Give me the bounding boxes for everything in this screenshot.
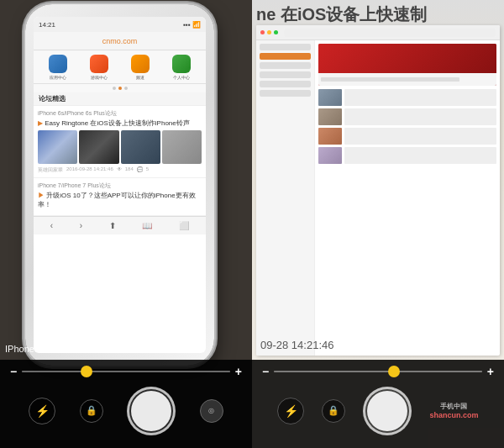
- games-icon: [90, 55, 108, 73]
- lock-btn-left[interactable]: 🔒: [80, 399, 103, 423]
- nav-icon-label: 游戏中心: [91, 75, 108, 80]
- sidebar-item-6: [260, 90, 311, 97]
- article-text-3: [344, 128, 496, 145]
- lock-btn-right[interactable]: 🔒: [322, 399, 345, 423]
- watermark-area: 手机中国 shancun.com: [429, 402, 478, 419]
- slider-track-right[interactable]: [274, 371, 482, 372]
- slider-thumb-right[interactable]: [388, 366, 400, 377]
- slider-fill-left: [22, 371, 230, 372]
- hero-caption: [318, 73, 496, 86]
- right-browser-header: [256, 25, 500, 40]
- main-container: 14:21 ▪▪▪ 📶 cnmo.com 应用中心: [0, 0, 504, 448]
- zoomed-content: ne 在iOS设备上快速制: [252, 0, 504, 360]
- brightness-slider-right[interactable]: − +: [252, 360, 504, 383]
- status-time: 14:21: [39, 21, 55, 29]
- camera-controls-right: − + ⚡ 🔒 手机中国: [252, 360, 504, 448]
- watermark-line1: 手机中国: [440, 402, 467, 411]
- nav-icon-apps[interactable]: 应用中心: [49, 55, 67, 80]
- forum-item-1-date: 2016-09-28 14:21:46: [66, 166, 113, 174]
- minus-btn-right[interactable]: −: [262, 365, 269, 378]
- forum-item-1-meta: 英雄回家翠 2016-09-28 14:21:46 👁 184 💬 5: [38, 166, 202, 174]
- mode-icon-left: ◎: [208, 407, 214, 414]
- left-panel: 14:21 ▪▪▪ 📶 cnmo.com 应用中心: [0, 0, 252, 448]
- apps-icon: [49, 55, 67, 73]
- forum-img-1: [38, 130, 77, 164]
- right-article-1: [318, 89, 496, 106]
- camera-buttons-left: ⚡ 🔒 ◎: [0, 383, 252, 438]
- shutter-btn-left[interactable]: [127, 387, 176, 435]
- sidebar-item-2: [260, 53, 311, 60]
- article-thumb-3: [318, 128, 342, 145]
- img-phone-2: [162, 130, 202, 164]
- nav-icon-channels[interactable]: 频道: [131, 55, 150, 80]
- hero-image: [318, 44, 496, 73]
- nav-icon-profile[interactable]: 个人中心: [172, 55, 191, 80]
- watermark-line2: shancun.com: [429, 411, 478, 419]
- page-dots: [34, 84, 206, 92]
- right-sidebar: [256, 40, 315, 356]
- nav-icon-games[interactable]: 游戏中心: [90, 55, 108, 80]
- forum-item-1[interactable]: iPhone 6s/iPhone 6s Plus论坛 ▶ Easy Ringto…: [34, 106, 206, 178]
- slider-thumb-left[interactable]: [81, 366, 92, 377]
- forum-img-3: [121, 130, 160, 164]
- brightness-slider-left[interactable]: − +: [0, 360, 252, 383]
- dot-2-active: [118, 87, 122, 90]
- slider-track-left[interactable]: [22, 371, 230, 372]
- bookmarks-btn[interactable]: 📖: [142, 221, 152, 230]
- profile-icon: [172, 55, 191, 73]
- nav-icon-label: 应用中心: [50, 75, 66, 80]
- right-viewfinder: ne 在iOS设备上快速制: [252, 0, 504, 360]
- img-ios: [38, 130, 77, 164]
- iphone-device: 14:21 ▪▪▪ 📶 cnmo.com 应用中心: [25, 4, 214, 366]
- forum-item-1-title: ▶ Easy Ringtone 在iOS设备上快速制作iPhone铃声: [38, 119, 202, 128]
- sidebar-item-1: [260, 44, 311, 50]
- nav-icon-label: 频道: [136, 75, 144, 80]
- forum-item-2[interactable]: iPhone 7/iPhone 7 Plus论坛 ▶ 升级iOS 10了？这些A…: [34, 178, 206, 216]
- channels-icon: [131, 55, 150, 73]
- right-meta-text: 09-28 14:21:46: [260, 339, 333, 351]
- mode-btn-left[interactable]: ◎: [200, 399, 223, 423]
- right-website-content: [256, 40, 500, 356]
- article-text-2: [344, 108, 496, 125]
- dot-green: [274, 30, 278, 34]
- camera-controls-left: − + ⚡ 🔒 ◎: [0, 360, 252, 448]
- right-article-3: [318, 128, 496, 145]
- shutter-inner-left: [131, 391, 171, 431]
- right-hero-banner: [318, 44, 496, 86]
- browser-url-bar[interactable]: cnmo.com: [34, 32, 206, 50]
- minus-btn-left[interactable]: −: [10, 365, 17, 378]
- forum-item-1-comments: 5: [146, 166, 149, 174]
- right-article-2: [318, 108, 496, 125]
- flash-btn-right[interactable]: ⚡: [277, 398, 304, 424]
- right-article-4: [318, 147, 496, 164]
- phone-browser-bottom: ‹ › ⬆ 📖 ⬜: [34, 216, 206, 235]
- forward-btn[interactable]: ›: [80, 221, 82, 230]
- flash-icon-right: ⚡: [284, 404, 298, 418]
- status-icons: ▪▪▪ 📶: [183, 21, 201, 29]
- dot-3: [124, 87, 128, 90]
- forum-section: 论坛精选 iPhone 6s/iPhone 6s Plus论坛 ▶ Easy R…: [34, 92, 206, 216]
- shutter-btn-right[interactable]: [363, 387, 412, 435]
- flash-btn-left[interactable]: ⚡: [29, 398, 55, 424]
- camera-buttons-right: ⚡ 🔒 手机中国 shancun.com: [252, 383, 504, 438]
- right-main-content: [315, 40, 500, 356]
- forum-item-1-author: 英雄回家翠: [38, 166, 63, 174]
- forum-item-1-images: [38, 130, 202, 164]
- plus-btn-right[interactable]: +: [487, 365, 494, 378]
- lock-icon-left: 🔒: [86, 405, 97, 416]
- hero-text: [321, 77, 459, 82]
- tabs-btn[interactable]: ⬜: [179, 221, 189, 230]
- forum-img-2: [79, 130, 118, 164]
- share-btn[interactable]: ⬆: [109, 221, 116, 230]
- forum-item-2-title: ▶ 升级iOS 10了？这些APP可以让你的iPhone更有效率！: [38, 192, 202, 209]
- article-thumb-4: [318, 147, 342, 164]
- plus-btn-left[interactable]: +: [235, 365, 242, 378]
- right-website-preview: [256, 25, 500, 356]
- lock-icon-right: 🔒: [328, 405, 339, 416]
- img-dark: [79, 130, 118, 164]
- dot-1: [113, 87, 116, 90]
- back-btn[interactable]: ‹: [50, 221, 53, 230]
- views-icon: 👁: [117, 166, 122, 174]
- highlight-icon: ▶: [38, 119, 45, 127]
- browser-url-text: cnmo.com: [102, 37, 138, 45]
